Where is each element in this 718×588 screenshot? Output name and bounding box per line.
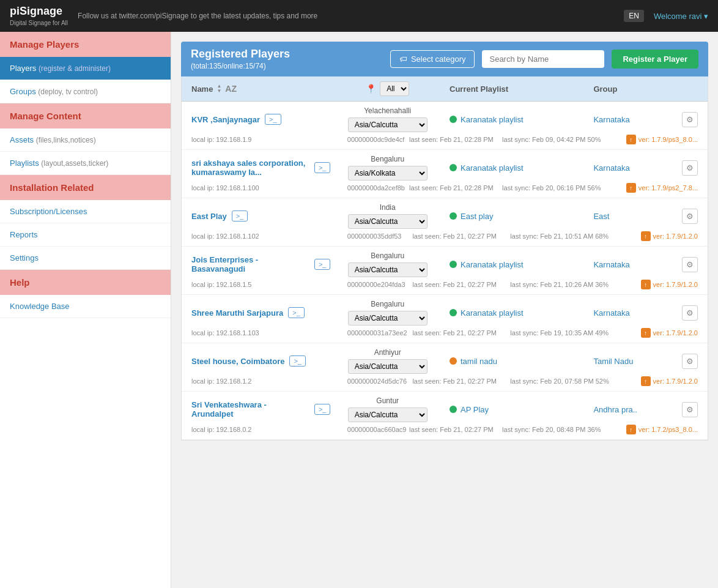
player-name[interactable]: Steel house, Coimbatore >_	[191, 355, 330, 367]
player-city: India	[380, 203, 396, 212]
playlist-name[interactable]: East play	[461, 212, 493, 221]
terminal-button[interactable]: >_	[289, 355, 306, 367]
terminal-button[interactable]: >_	[314, 259, 331, 270]
update-icon[interactable]: ↑	[626, 183, 636, 193]
player-name[interactable]: East Play >_	[191, 210, 330, 221]
settings-gear-button[interactable]: ⚙	[682, 402, 698, 417]
player-name[interactable]: KVR ,Sanjaynagar >_	[191, 114, 330, 125]
player-version: ↑ ver: 1.7.9/1.2.0	[641, 328, 698, 338]
player-timezone[interactable]: Asia/Kolkata	[348, 166, 427, 180]
sidebar-header-installation[interactable]: Installation Related	[0, 175, 171, 200]
player-group: East ⚙	[593, 209, 698, 224]
player-name[interactable]: Shree Maruthi Sarjapura >_	[191, 307, 330, 318]
settings-gear-button[interactable]: ⚙	[682, 257, 698, 272]
sort-icon[interactable]: ▲ ▼	[217, 84, 221, 94]
settings-gear-button[interactable]: ⚙	[682, 209, 698, 224]
playlist-status-dot	[450, 309, 457, 316]
sidebar-item-assets[interactable]: Assets (files,links,notices)	[0, 128, 171, 152]
player-details: local ip: 192.168.1.100 00000000da2cef8b…	[191, 183, 698, 193]
sidebar-item-settings[interactable]: Settings	[0, 247, 171, 270]
user-menu[interactable]: Welcome ravi ▾	[654, 12, 708, 21]
player-playlist: Karanatak playlist	[445, 260, 588, 269]
player-last-seen: last seen: Feb 21, 02:27 PM	[412, 281, 510, 288]
topnav: piSignage Digital Signage for All Follow…	[0, 0, 718, 32]
player-version: ↑ ver: 1.7.9/1.2.0	[641, 280, 698, 289]
player-timezone[interactable]: Asia/Calcutta	[348, 262, 427, 277]
player-ip: local ip: 192.168.1.9	[191, 136, 347, 143]
player-mac: 00000000e204fda3	[347, 281, 413, 288]
player-last-sync: last sync: Feb 19, 10:35 AM 49%	[510, 329, 640, 337]
sidebar-item-reports[interactable]: Reports	[0, 223, 171, 247]
player-city: Anthiyur	[374, 348, 401, 357]
settings-gear-button[interactable]: ⚙	[682, 160, 698, 176]
player-playlist: AP Play	[445, 405, 588, 414]
registered-players-header: Registered Players (total:135/online:15/…	[181, 42, 708, 76]
player-ip: local ip: 192.168.1.102	[191, 233, 347, 240]
playlist-name[interactable]: AP Play	[461, 405, 489, 414]
select-category-button[interactable]: 🏷 Select category	[390, 50, 475, 68]
sidebar-header-manage-content[interactable]: Manage Content	[0, 103, 171, 128]
player-details: local ip: 192.168.1.9 00000000dc9de4cf l…	[191, 135, 698, 144]
update-icon[interactable]: ↑	[641, 231, 651, 241]
playlist-name[interactable]: tamil nadu	[461, 357, 497, 366]
th-name: Name ▲ ▼ AZ	[191, 84, 330, 94]
update-icon[interactable]: ↑	[626, 135, 636, 144]
topnav-tagline: Follow us at twitter.com/piSignage to ge…	[78, 12, 614, 20]
sidebar: Manage Players Players (register & admin…	[0, 32, 171, 588]
playlist-status-dot	[450, 212, 457, 220]
group-name: Karnataka	[593, 308, 629, 318]
update-icon[interactable]: ↑	[641, 280, 651, 289]
settings-gear-button[interactable]: ⚙	[682, 112, 698, 127]
terminal-button[interactable]: >_	[232, 210, 248, 221]
player-mac: 0000000031a73ee2	[347, 329, 413, 337]
sidebar-item-playlists[interactable]: Playlists (layout,assets,ticker)	[0, 152, 171, 175]
player-name[interactable]: Jois Enterprises - Basavanagudi >_	[191, 255, 330, 274]
player-details: local ip: 192.168.1.102 0000000035ddf53 …	[191, 231, 698, 241]
location-filter[interactable]: All	[380, 81, 409, 96]
update-icon[interactable]: ↑	[626, 425, 636, 434]
player-timezone[interactable]: Asia/Calcutta	[348, 408, 427, 422]
terminal-button[interactable]: >_	[314, 404, 331, 415]
update-icon[interactable]: ↑	[641, 376, 651, 386]
settings-gear-button[interactable]: ⚙	[682, 305, 698, 321]
search-input[interactable]	[482, 50, 604, 68]
player-group: Tamil Nadu ⚙	[593, 354, 698, 369]
terminal-button[interactable]: >_	[288, 307, 305, 318]
player-last-seen: last seen: Feb 21, 02:27 PM	[409, 426, 502, 433]
table-row: Shree Maruthi Sarjapura >_ Bengaluru Asi…	[182, 295, 708, 343]
player-last-sync: last sync: Feb 20, 07:58 PM 52%	[510, 378, 640, 385]
player-name[interactable]: sri akshaya sales corporation, kumaraswa…	[191, 158, 330, 177]
playlist-name[interactable]: Karanatak playlist	[461, 163, 524, 173]
player-city: Bengaluru	[371, 251, 404, 260]
player-location: Bengaluru Asia/Kolkata	[335, 155, 440, 180]
sidebar-item-players[interactable]: Players (register & administer)	[0, 57, 171, 80]
group-name: Karnataka	[593, 260, 629, 269]
sidebar-item-groups[interactable]: Groups (deploy, tv control)	[0, 80, 171, 103]
playlist-name[interactable]: Karanatak playlist	[461, 115, 524, 124]
sidebar-header-manage-players[interactable]: Manage Players	[0, 32, 171, 57]
playlist-name[interactable]: Karanatak playlist	[461, 308, 524, 318]
player-ip: local ip: 192.168.1.2	[191, 378, 347, 385]
player-name[interactable]: Sri Venkateshwara - Arundalpet >_	[191, 400, 330, 419]
language-selector[interactable]: EN	[624, 10, 644, 22]
sidebar-header-help[interactable]: Help	[0, 270, 171, 295]
settings-gear-button[interactable]: ⚙	[682, 354, 698, 369]
player-timezone[interactable]: Asia/Calcutta	[348, 214, 427, 229]
terminal-button[interactable]: >_	[265, 114, 281, 125]
sidebar-item-subscription[interactable]: Subscription/Licenses	[0, 200, 171, 223]
sidebar-item-knowledge-base[interactable]: Knowledge Base	[0, 295, 171, 318]
logo: piSignage Digital Signage for All	[10, 5, 68, 27]
register-player-button[interactable]: Register a Player	[612, 50, 698, 69]
player-playlist: Karanatak playlist	[445, 115, 588, 124]
playlist-name[interactable]: Karanatak playlist	[461, 260, 524, 269]
player-location: Bengaluru Asia/Calcutta	[335, 300, 440, 326]
player-timezone[interactable]: Asia/Calcutta	[348, 359, 427, 374]
player-timezone[interactable]: Asia/Calcutta	[348, 117, 427, 132]
group-name: Karnataka	[593, 163, 629, 173]
player-city: Bengaluru	[371, 300, 404, 308]
main-content: Registered Players (total:135/online:15/…	[171, 32, 718, 588]
terminal-button[interactable]: >_	[314, 162, 331, 173]
player-timezone[interactable]: Asia/Calcutta	[348, 311, 427, 326]
update-icon[interactable]: ↑	[641, 328, 651, 338]
abc-sort-icon[interactable]: AZ	[225, 84, 237, 94]
